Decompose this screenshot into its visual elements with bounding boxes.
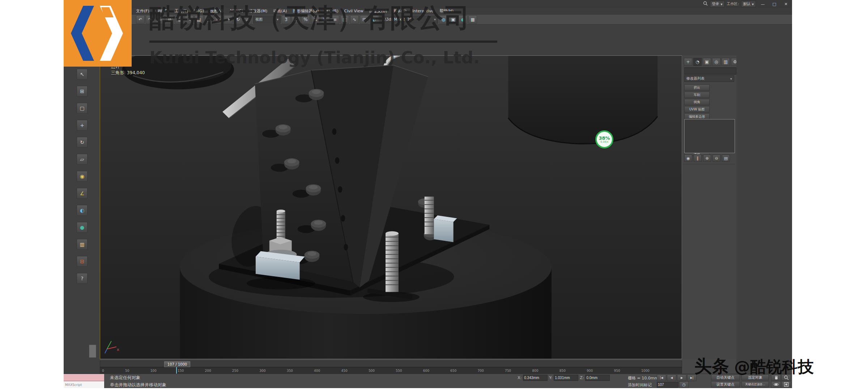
stack-tool-icon[interactable]: ⊖ bbox=[712, 155, 720, 162]
close-button[interactable]: ✕ bbox=[781, 1, 791, 7]
left-toolbar-icon[interactable]: ▢ bbox=[77, 103, 88, 114]
command-panel-tab-icon[interactable]: ▣ bbox=[703, 58, 711, 66]
orbit-icon[interactable] bbox=[771, 381, 781, 388]
timeline-tick: 800 bbox=[532, 369, 538, 373]
left-toolbar-icon[interactable]: ∠ bbox=[77, 188, 88, 199]
timeline-tick: 900 bbox=[587, 369, 593, 373]
timeline-tick: 500 bbox=[369, 369, 375, 373]
status-bar: MAXScript 未选定任何对象 单击并拖动以选择并移动对象 X: Y: Z:… bbox=[64, 374, 792, 388]
timeline-tick: 950 bbox=[614, 369, 620, 373]
stack-tool-icon[interactable]: ∥ bbox=[694, 155, 702, 162]
timeline-tick: 450 bbox=[341, 369, 347, 373]
coord-x-field[interactable] bbox=[523, 375, 548, 381]
modifier-button[interactable]: 倒角 bbox=[684, 99, 710, 105]
command-panel-tab-icon[interactable]: ◎ bbox=[712, 58, 720, 66]
toutiao-logo-text: 头条 bbox=[694, 356, 729, 376]
maxscript-macro-recorder[interactable] bbox=[64, 374, 104, 381]
timeline-tick: 250 bbox=[232, 369, 238, 373]
modifier-button[interactable]: 挤出 bbox=[684, 84, 710, 91]
perspective-viewport[interactable]: 总计 三角形: 394,040 x bbox=[100, 55, 682, 359]
set-key-button[interactable]: 设置关键点 bbox=[711, 381, 740, 387]
page: 登录▾ 工作区: 默认▾ — □ ✕ 文件(F)编辑(E)工具(T)组(G)视图… bbox=[0, 0, 868, 391]
menu-item[interactable]: 文件(F) bbox=[136, 8, 149, 14]
left-toolbar-icon[interactable]: ◐ bbox=[77, 205, 88, 216]
current-frame-field[interactable] bbox=[657, 382, 678, 388]
time-configuration-button[interactable]: ◷ bbox=[679, 381, 689, 388]
toolbar-icon[interactable]: ↶ bbox=[136, 15, 145, 24]
command-panel: +◔▣◎▥⚙ 修改器列表▾ 挤出车削倒角UVW 贴图编辑多边形网格平滑壳弯曲FF… bbox=[682, 55, 736, 359]
track-bar[interactable]: 107 / 1000 bbox=[100, 361, 682, 367]
left-toolbar-icon[interactable]: + bbox=[77, 120, 88, 131]
playback-button[interactable]: |◀ bbox=[657, 374, 666, 381]
usage-badge: 38% 0.1K/s bbox=[595, 130, 613, 148]
maximize-viewport-icon[interactable] bbox=[781, 381, 791, 388]
frame-row: ◷ bbox=[657, 381, 689, 388]
add-time-tag[interactable]: 添加时间标记 bbox=[628, 382, 652, 388]
timeline-tick: 550 bbox=[396, 369, 402, 373]
left-toolbar-icon[interactable]: ▱ bbox=[77, 154, 88, 165]
timeline-tick: 0 bbox=[102, 369, 104, 373]
viewport-canvas[interactable] bbox=[100, 56, 682, 359]
maximize-button[interactable]: □ bbox=[770, 1, 779, 7]
search-icon[interactable] bbox=[703, 1, 708, 7]
toutiao-handle: 头条@酷锐科技 bbox=[694, 355, 814, 378]
left-gutter: ↖⊞▢+↻▱◉∠◐●▥⊟? bbox=[64, 55, 100, 374]
command-panel-tab-icon[interactable]: + bbox=[684, 58, 692, 66]
command-panel-tab-icon[interactable]: ◔ bbox=[693, 58, 702, 66]
panel-separator bbox=[683, 164, 735, 164]
modifier-button[interactable]: UVW 贴图 bbox=[684, 106, 710, 113]
transform-type-in: X: Y: Z: bbox=[518, 375, 610, 381]
coord-z-field[interactable] bbox=[585, 375, 610, 381]
minimize-button[interactable]: — bbox=[758, 1, 767, 7]
stack-tool-icon[interactable]: ⊕ bbox=[703, 155, 711, 162]
timeline-tick: 100 bbox=[150, 369, 157, 373]
timeline-tick: 750 bbox=[505, 369, 511, 373]
key-filters-button[interactable]: 关键点过滤器... bbox=[741, 381, 769, 387]
maxscript-mini-listener[interactable]: MAXScript bbox=[64, 381, 104, 388]
modifier-button[interactable]: 车削 bbox=[684, 92, 710, 98]
modifier-list-dropdown[interactable]: 修改器列表▾ bbox=[684, 75, 734, 82]
command-panel-tab-icon[interactable]: ▥ bbox=[722, 58, 730, 66]
coord-x-label: X: bbox=[518, 375, 522, 380]
selection-status: 未选定任何对象 bbox=[110, 375, 140, 381]
left-toolbar-icon[interactable]: ▥ bbox=[77, 239, 88, 250]
timeline-tick: 50 bbox=[125, 369, 129, 373]
workspace-dropdown[interactable]: 默认▾ bbox=[741, 1, 756, 7]
left-toolbar-icon[interactable]: ↻ bbox=[77, 137, 88, 148]
time-slider-handle[interactable]: 107 / 1000 bbox=[164, 361, 190, 367]
left-toolbar-icon[interactable]: ⊞ bbox=[77, 86, 88, 97]
timeline-tick: 350 bbox=[287, 369, 293, 373]
left-toolbar-icon[interactable]: ↖ bbox=[77, 69, 88, 80]
playback-button[interactable]: ▶ bbox=[677, 374, 686, 381]
stack-tool-icon[interactable]: ◉ bbox=[684, 155, 692, 162]
maxscript-label: MAXScript bbox=[65, 383, 82, 387]
grid-spacing-label: 栅格 = 10.0mm bbox=[628, 375, 658, 381]
timeline-tick: 200 bbox=[205, 369, 211, 373]
workspace-label: 工作区: bbox=[727, 1, 739, 7]
top-right-cylinder bbox=[508, 56, 658, 144]
modifier-stack[interactable] bbox=[684, 119, 735, 153]
axis-x-label: x bbox=[117, 347, 119, 352]
left-toolbar-icon[interactable]: ⊟ bbox=[77, 256, 88, 267]
left-toolbar-icon[interactable]: ? bbox=[77, 273, 88, 284]
timeline-ruler[interactable]: 0501001502002503003504004505005506006507… bbox=[100, 367, 682, 374]
stack-tool-icon[interactable]: ▤ bbox=[722, 155, 730, 162]
viewport-scrollbar-handle[interactable] bbox=[89, 345, 96, 358]
current-frame-marker[interactable] bbox=[176, 367, 177, 374]
usage-percent: 38% bbox=[599, 136, 610, 140]
prompt-line: 单击并拖动以选择并移动对象 bbox=[110, 382, 166, 388]
login-dropdown[interactable]: 登录▾ bbox=[710, 1, 725, 7]
coord-y-field[interactable] bbox=[554, 375, 578, 381]
left-toolbar-icon[interactable]: ◉ bbox=[77, 171, 88, 182]
timeline-tick: 1000 bbox=[641, 369, 650, 373]
playback-button[interactable]: ◀ bbox=[667, 374, 676, 381]
timeline-tick: 150 bbox=[178, 369, 184, 373]
usage-rate: 0.1K/s bbox=[600, 140, 608, 143]
timeline-tick: 300 bbox=[259, 369, 265, 373]
watermark-company-cn: 酷锐科技（天津）有限公司 bbox=[149, 1, 471, 35]
object-name-field[interactable] bbox=[684, 67, 736, 75]
timeline-tick: 600 bbox=[423, 369, 429, 373]
coord-z-label: Z: bbox=[580, 375, 584, 380]
left-toolbar-icon[interactable]: ● bbox=[77, 222, 88, 233]
playback-controls: |◀◀▶▶| bbox=[657, 374, 697, 381]
